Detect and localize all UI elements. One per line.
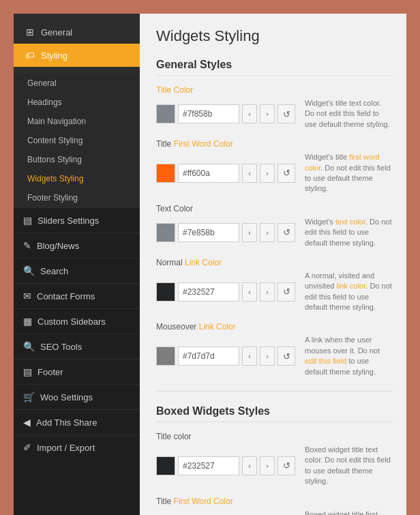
import-icon: ✐ — [23, 442, 31, 453]
field-boxed-title-first-word-color-row: ‹ › ↺ Boxed widget title first word colo… — [156, 510, 393, 515]
sidebar-sub-item-footer-styling-label: Footer Styling — [27, 193, 78, 203]
title-first-word-color-prev-btn[interactable]: ‹ — [242, 164, 257, 183]
sidebar-sub-item-buttons-styling[interactable]: Buttons Styling — [14, 150, 140, 169]
sidebar-item-import-export[interactable]: ✐ Import / Export — [14, 435, 140, 460]
boxed-title-color-input[interactable] — [178, 456, 239, 475]
title-first-word-color-input[interactable] — [178, 164, 239, 183]
title-color-preview — [156, 104, 175, 123]
boxed-title-color-next-btn[interactable]: › — [260, 456, 275, 475]
sidebar-sub-item-content-styling[interactable]: Content Styling — [14, 131, 140, 150]
sidebar-sub-item-widgets-styling[interactable]: Widgets Styling — [14, 169, 140, 188]
field-normal-link-color-row: ‹ › ↺ A normal, visited and unvisited li… — [156, 271, 393, 313]
field-text-color: Text Color ‹ › ↺ Widget's text color. Do… — [156, 204, 393, 248]
sidebar-item-add-this-share[interactable]: ◀ Add This Share — [14, 409, 140, 435]
sidebar-sub-item-main-navigation[interactable]: Main Navigation — [14, 112, 140, 131]
sidebar-item-woo-settings-label: Woo Settings — [40, 392, 93, 402]
text-color-reset-btn[interactable]: ↺ — [278, 223, 295, 242]
sidebar-sub-item-footer-styling[interactable]: Footer Styling — [14, 188, 140, 207]
seo-icon: 🔍 — [23, 341, 35, 352]
sidebar-item-general[interactable]: ⊞ General — [14, 20, 140, 44]
sidebar-sub-item-general-label: General — [27, 78, 57, 88]
sidebar-sub-menu: General Headings Main Navigation Content… — [14, 74, 140, 207]
boxed-title-color-preview — [156, 456, 175, 475]
grid-icon: ⊞ — [25, 27, 35, 38]
normal-link-color-next-btn[interactable]: › — [260, 282, 275, 301]
field-normal-link-color: Normal Link Color ‹ › ↺ A normal, visite… — [156, 258, 393, 313]
normal-link-color-desc: A normal, visited and unvisited link col… — [305, 271, 393, 313]
field-text-color-row: ‹ › ↺ Widget's text color. Do not edit t… — [156, 217, 393, 248]
sidebar-sub-item-content-styling-label: Content Styling — [27, 136, 82, 145]
sidebar-item-general-label: General — [41, 27, 72, 38]
mouseover-link-color-input[interactable] — [178, 347, 239, 366]
sidebar-item-blog-news-label: Blog/News — [37, 241, 79, 251]
sidebar-item-custom-sidebars[interactable]: ▦ Custom Sidebars — [14, 308, 140, 334]
field-normal-link-color-label: Normal Link Color — [156, 258, 393, 267]
sidebar-item-search[interactable]: 🔍 Search — [14, 258, 140, 283]
boxed-styles-section: Boxed Widgets Styles Title color ‹ › ↺ B… — [156, 405, 393, 515]
section-divider — [156, 391, 393, 392]
title-color-prev-btn[interactable]: ‹ — [242, 104, 257, 123]
normal-link-color-reset-btn[interactable]: ↺ — [278, 282, 295, 301]
sidebar-item-custom-sidebars-label: Custom Sidebars — [38, 317, 106, 327]
woo-icon: 🛒 — [23, 392, 35, 402]
sidebar-item-styling-label: Styling — [41, 50, 68, 61]
boxed-title-color-desc: Boxed widget title text color. Do not ed… — [305, 445, 393, 487]
boxed-title-color-prev-btn[interactable]: ‹ — [242, 456, 257, 475]
normal-link-color-input[interactable] — [178, 282, 239, 301]
sidebar-top: ⊞ General 🏷 Styling — [14, 14, 140, 74]
sidebar-item-contact-forms[interactable]: ✉ Contact Forms — [14, 283, 140, 308]
sidebar-item-blog-news[interactable]: ✎ Blog/News — [14, 233, 140, 258]
sidebar-sub-item-headings-label: Headings — [27, 98, 62, 107]
title-color-next-btn[interactable]: › — [260, 104, 275, 123]
text-color-next-btn[interactable]: › — [260, 223, 275, 242]
sidebar: ⊞ General 🏷 Styling General Headings Mai… — [14, 14, 140, 515]
title-color-reset-btn[interactable]: ↺ — [278, 104, 295, 123]
footer-icon: ▤ — [23, 366, 32, 377]
title-first-word-color-reset-btn[interactable]: ↺ — [278, 164, 295, 183]
sidebar-item-seo-tools-label: SEO Tools — [40, 342, 82, 352]
sidebar-sub-item-headings[interactable]: Headings — [14, 93, 140, 112]
sidebar-item-seo-tools[interactable]: 🔍 SEO Tools — [14, 334, 140, 359]
sidebar-item-sliders-settings-label: Sliders Settings — [38, 216, 99, 226]
mouseover-link-color-prev-btn[interactable]: ‹ — [242, 347, 257, 366]
normal-link-color-preview — [156, 282, 175, 301]
sidebar-item-woo-settings[interactable]: 🛒 Woo Settings — [14, 384, 140, 409]
form-icon: ✉ — [23, 291, 31, 301]
text-color-prev-btn[interactable]: ‹ — [242, 223, 257, 242]
general-styles-section: General Styles Title Color ‹ › ↺ Widget'… — [156, 59, 393, 377]
share-icon: ◀ — [23, 417, 31, 428]
field-boxed-title-first-word-color-label: Title First Word Color — [156, 497, 393, 506]
sidebar-item-sliders-settings[interactable]: ▤ Sliders Settings — [14, 207, 140, 233]
sidebar-icon: ▦ — [23, 316, 32, 327]
sidebar-item-footer-label: Footer — [38, 367, 63, 377]
field-title-first-word-color-row: ‹ › ↺ Widget's title first word color. D… — [156, 152, 393, 194]
mouseover-link-color-reset-btn[interactable]: ↺ — [278, 347, 295, 366]
text-color-input[interactable] — [178, 223, 239, 242]
title-first-word-color-desc: Widget's title first word color. Do not … — [305, 152, 393, 194]
field-boxed-title-color: Title color ‹ › ↺ Boxed widget title tex… — [156, 432, 393, 487]
field-mouseover-link-color-row: ‹ › ↺ A link when the user mouses over i… — [156, 335, 393, 377]
sidebar-sub-item-general[interactable]: General — [14, 74, 140, 93]
sidebar-item-add-this-share-label: Add This Share — [36, 417, 97, 428]
sidebar-item-footer[interactable]: ▤ Footer — [14, 359, 140, 384]
title-color-input[interactable] — [178, 104, 239, 123]
title-color-desc: Widget's title text color. Do not edit t… — [305, 98, 393, 130]
main-content: Widgets Styling General Styles Title Col… — [140, 14, 406, 515]
field-title-color-label: Title Color — [156, 85, 393, 95]
sidebar-item-import-export-label: Import / Export — [37, 443, 95, 453]
field-title-first-word-color: Title First Word Color ‹ › ↺ Widget's ti… — [156, 139, 393, 194]
field-title-color: Title Color ‹ › ↺ Widget's title text co… — [156, 85, 393, 130]
sidebar-sub-item-main-navigation-label: Main Navigation — [27, 117, 86, 126]
search-icon: 🔍 — [23, 265, 35, 276]
mouseover-link-color-next-btn[interactable]: › — [260, 347, 275, 366]
normal-link-color-prev-btn[interactable]: ‹ — [242, 282, 257, 301]
mouseover-link-color-preview — [156, 347, 175, 366]
general-styles-title: General Styles — [156, 59, 393, 76]
field-boxed-title-color-label: Title color — [156, 432, 393, 441]
field-boxed-title-color-row: ‹ › ↺ Boxed widget title text color. Do … — [156, 445, 393, 487]
boxed-styles-title: Boxed Widgets Styles — [156, 405, 393, 422]
title-first-word-color-next-btn[interactable]: › — [260, 164, 275, 183]
sidebar-item-contact-forms-label: Contact Forms — [37, 291, 95, 301]
boxed-title-color-reset-btn[interactable]: ↺ — [278, 456, 295, 475]
sidebar-item-styling[interactable]: 🏷 Styling — [14, 44, 140, 67]
